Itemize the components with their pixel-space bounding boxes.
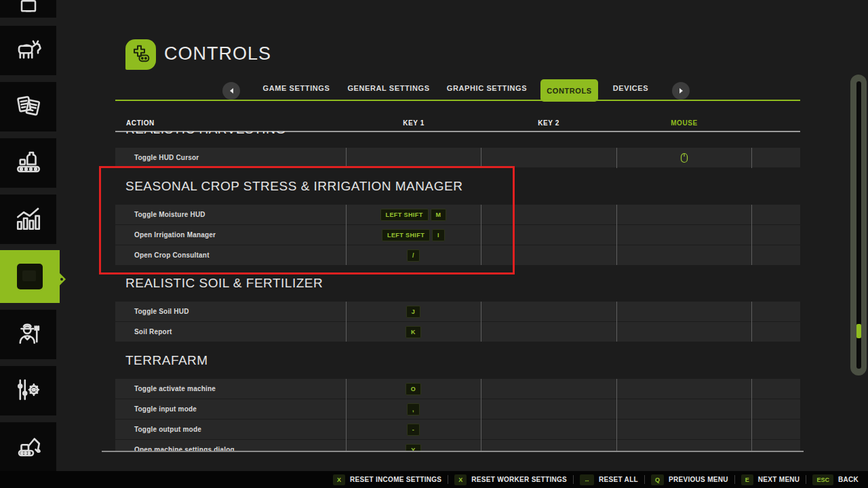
mouse-icon bbox=[680, 152, 688, 163]
row-group-realistic-soil: Toggle Soil HUD J Soil Report K bbox=[115, 302, 800, 342]
key-badge: , bbox=[407, 403, 420, 415]
action-label: Toggle input mode bbox=[134, 399, 197, 419]
action-label: Toggle activate machine bbox=[134, 379, 216, 399]
key1-binding[interactable]: O bbox=[346, 379, 481, 399]
screen-icon bbox=[15, 3, 42, 15]
column-header-key1: KEY 1 bbox=[346, 119, 481, 127]
tabs-next-button[interactable] bbox=[672, 82, 690, 100]
column-header-mouse: MOUSE bbox=[616, 119, 752, 127]
reset-income-settings-label: RESET INCOME SETTINGS bbox=[350, 476, 441, 483]
tab-graphic-settings[interactable]: GRAPHIC SETTINGS bbox=[436, 84, 538, 92]
tab-general-settings[interactable]: GENERAL SETTINGS bbox=[338, 84, 439, 92]
table-row-toggle-soil-hud[interactable]: Toggle Soil HUD J bbox=[115, 302, 800, 321]
key-badge: - bbox=[407, 424, 420, 436]
key1-binding[interactable]: J bbox=[346, 302, 481, 321]
reset-worker-settings-label: RESET WORKER SETTINGS bbox=[471, 476, 567, 483]
reset-all-label: RESET ALL bbox=[599, 476, 638, 483]
footer-separator bbox=[573, 475, 574, 484]
key1-binding[interactable]: K bbox=[346, 322, 481, 342]
row-group-terrafarm: Toggle activate machine O Toggle input m… bbox=[115, 379, 800, 452]
section-title-terrafarm: TERRAFARM bbox=[125, 353, 208, 368]
documents-icon bbox=[14, 92, 43, 123]
action-label: Toggle output mode bbox=[134, 420, 201, 439]
next-menu-label: NEXT MENU bbox=[758, 476, 800, 483]
gamepad-icon bbox=[131, 43, 151, 66]
tab-bar-underline bbox=[115, 100, 800, 101]
sidebar-item-contracts[interactable] bbox=[0, 82, 56, 131]
action-label: Toggle HUD Cursor bbox=[134, 148, 199, 167]
previous-menu-button[interactable]: Q PREVIOUS MENU bbox=[651, 474, 728, 485]
key-x-badge: X bbox=[333, 474, 345, 485]
key-q-badge: Q bbox=[651, 474, 664, 485]
table-row-toggle-hud-cursor[interactable]: Toggle HUD Cursor bbox=[115, 148, 800, 167]
reset-all-button[interactable]: ↔ RESET ALL bbox=[580, 474, 638, 485]
section-title-realistic-soil: REALISTIC SOIL & FERTILIZER bbox=[125, 276, 323, 291]
footer-separator bbox=[734, 475, 735, 484]
reset-worker-settings-button[interactable]: X RESET WORKER SETTINGS bbox=[454, 474, 567, 485]
key-e-badge: E bbox=[741, 474, 753, 485]
key-x-badge: X bbox=[454, 474, 467, 485]
previous-menu-label: PREVIOUS MENU bbox=[669, 476, 728, 483]
action-label: Soil Report bbox=[134, 322, 172, 342]
mouse-binding[interactable] bbox=[616, 148, 751, 167]
scrollbar-thumb[interactable] bbox=[856, 324, 861, 338]
key-badge: J bbox=[406, 306, 420, 318]
controls-screen: CONTROLS GAME SETTINGS GENERAL SETTINGS … bbox=[0, 0, 868, 488]
back-button[interactable]: ESC BACK bbox=[812, 474, 859, 485]
column-header-key2: KEY 2 bbox=[481, 119, 616, 127]
table-row-toggle-activate-machine[interactable]: Toggle activate machine O bbox=[115, 379, 800, 399]
page-title: CONTROLS bbox=[164, 43, 271, 64]
column-header-action: ACTION bbox=[126, 119, 155, 127]
table-row-toggle-output-mode[interactable]: Toggle output mode - bbox=[115, 420, 800, 439]
key-esc-badge: ESC bbox=[812, 474, 833, 485]
footer-separator bbox=[644, 475, 645, 484]
tabs-prev-button[interactable] bbox=[222, 82, 240, 100]
footer-separator bbox=[806, 475, 806, 484]
sidebar-item-top-partial[interactable] bbox=[0, 0, 56, 18]
key1-binding[interactable]: , bbox=[346, 399, 481, 419]
key-badge: K bbox=[406, 326, 421, 338]
action-label: Toggle Soil HUD bbox=[134, 302, 189, 321]
reset-income-settings-button[interactable]: X RESET INCOME SETTINGS bbox=[333, 474, 441, 485]
table-row-toggle-input-mode[interactable]: Toggle input mode , bbox=[115, 399, 800, 419]
row-group-realistic-harvesting: Toggle HUD Cursor bbox=[115, 148, 800, 168]
footer-bar: X RESET INCOME SETTINGS X RESET WORKER S… bbox=[0, 471, 868, 488]
chevron-right-icon bbox=[679, 88, 683, 94]
next-menu-button[interactable]: E NEXT MENU bbox=[741, 474, 800, 485]
tab-devices[interactable]: DEVICES bbox=[580, 84, 682, 92]
section-title-realistic-harvesting: REALISTIC HARVESTING bbox=[125, 131, 286, 137]
tab-game-settings[interactable]: GAME SETTINGS bbox=[245, 84, 347, 92]
key-arrows-badge: ↔ bbox=[580, 474, 594, 485]
controls-page-icon bbox=[125, 39, 156, 70]
annotation-rectangle bbox=[99, 166, 515, 274]
footer-separator bbox=[448, 475, 448, 484]
list-bottom-boundary bbox=[102, 451, 804, 452]
table-row-soil-report[interactable]: Soil Report K bbox=[115, 322, 800, 342]
sidebar-item-animals[interactable] bbox=[0, 26, 56, 75]
back-label: BACK bbox=[838, 476, 859, 483]
key-badge: O bbox=[406, 383, 421, 395]
key1-binding[interactable]: - bbox=[346, 420, 481, 439]
cow-icon bbox=[14, 35, 43, 66]
chevron-left-icon bbox=[230, 88, 233, 94]
